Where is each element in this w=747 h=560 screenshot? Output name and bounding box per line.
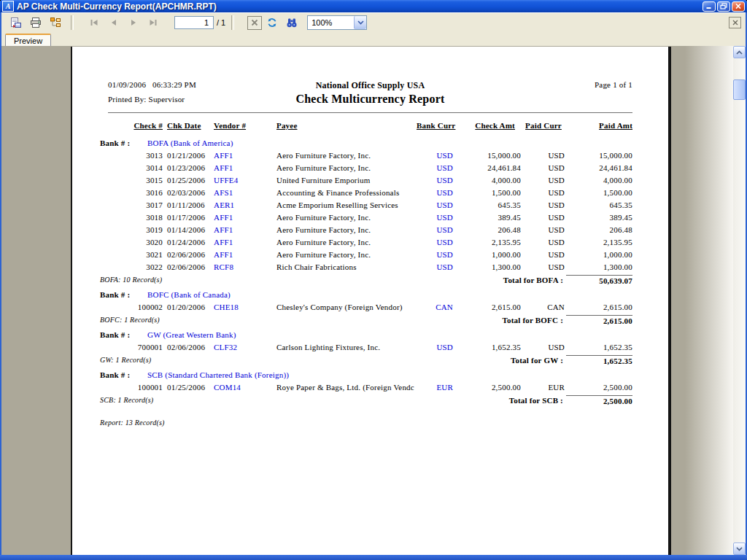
cell-paid-currency: USD (521, 187, 566, 199)
group-total-amount: 1,652.35 (566, 355, 632, 367)
binoculars-search-icon (286, 17, 298, 28)
cell-paid-amount: 24,461.84 (566, 162, 632, 174)
bank-group-header: Bank # :GW (Great Western Bank) (100, 329, 632, 341)
cell-check-number: 3016 (108, 187, 163, 199)
cell-check-date: 02/06/2006 (163, 341, 214, 354)
refresh-button[interactable] (263, 15, 281, 31)
column-header-vendor-number: Vendor # (214, 121, 276, 135)
report-content: 01/09/2006 06:33:29 PM National Office S… (72, 47, 632, 427)
cell-check-amount: 206.48 (453, 224, 521, 236)
cell-check-date: 01/21/2006 (163, 149, 214, 162)
bank-group-header: Bank # :BOFC (Bank of Canada) (100, 289, 632, 301)
group-total-label: Total for GW : (511, 355, 563, 365)
bank-name: BOFA (Bank of America) (147, 139, 233, 147)
cell-paid-currency: USD (521, 149, 566, 162)
bank-group-footer: BOFC: 1 Record(s) Total for BOFC : 2,615… (100, 314, 632, 329)
cell-payee: United Furniture Emporium (276, 174, 415, 187)
group-total-amount: 2,500.00 (566, 395, 632, 407)
page-total-label: / 1 (217, 18, 225, 27)
cell-paid-currency: EUR (521, 381, 566, 394)
cell-paid-currency: USD (521, 236, 566, 249)
vertical-scrollbar[interactable] (733, 46, 746, 555)
cell-payee: Aero Furniture Factory, Inc. (276, 162, 415, 174)
report-title: Check Multicurrency Report (276, 93, 465, 106)
toolbar-separator (71, 15, 74, 30)
group-tree-toggle-button[interactable] (46, 15, 64, 31)
restore-button[interactable] (717, 1, 730, 12)
cell-payee: Acme Emporium Reselling Services (276, 199, 415, 211)
cell-paid-amount: 1,000.00 (566, 249, 632, 261)
last-page-button[interactable] (144, 15, 162, 31)
cell-vendor-code: AFF1 (214, 236, 276, 249)
cell-check-date: 01/14/2006 (163, 224, 214, 236)
cell-paid-amount: 2,135.95 (566, 236, 632, 249)
minimize-button[interactable] (703, 1, 716, 12)
stop-button[interactable] (247, 16, 262, 30)
table-row: 100002 01/20/2006 CHE18 Chesley's Compan… (108, 301, 632, 314)
cell-check-amount: 645.35 (453, 199, 521, 211)
cell-paid-amount: 1,300.00 (566, 261, 632, 273)
table-row: 3017 01/11/2006 AER1 Acme Emporium Resel… (108, 199, 632, 211)
cell-check-number: 3014 (108, 162, 163, 174)
print-button[interactable] (26, 15, 44, 31)
cell-paid-amount: 4,000.00 (566, 174, 632, 187)
bank-group-header: Bank # :SCB (Standard Chartered Bank (Fo… (100, 369, 632, 381)
app-window: A AP Check Multi-Currency Report(APCHMR.… (0, 0, 747, 560)
column-header-check-amount: Check Amt (453, 121, 521, 135)
zoom-select[interactable]: 100% (307, 15, 367, 30)
scroll-down-button[interactable] (733, 542, 746, 555)
cell-payee: Aero Furniture Factory, Inc. (276, 149, 415, 162)
cell-check-number: 100002 (108, 301, 163, 314)
table-row: 100001 01/25/2006 COM14 Roye Paper & Bag… (108, 381, 632, 394)
cell-check-date: 01/25/2006 (163, 174, 214, 187)
bank-group: Bank # :GW (Great Western Bank) 700001 0… (100, 329, 632, 369)
close-preview-button[interactable] (729, 17, 741, 28)
cell-check-number: 3015 (108, 174, 163, 187)
previous-page-button[interactable] (104, 15, 123, 31)
cell-vendor-code: AFF1 (214, 211, 276, 224)
cell-payee: Aero Furniture Factory, Inc. (276, 249, 415, 261)
minimize-icon (705, 3, 713, 9)
next-page-button[interactable] (124, 15, 142, 31)
export-icon (10, 17, 22, 28)
app-icon[interactable]: A (2, 1, 14, 12)
cell-check-number: 3017 (108, 199, 163, 211)
toolbar-separator (231, 15, 234, 30)
zoom-dropdown-button[interactable] (354, 16, 366, 29)
group-record-count: GW: 1 Record(s) (100, 355, 151, 365)
bank-name: GW (Great Western Bank) (147, 330, 236, 339)
search-button[interactable] (282, 15, 301, 31)
first-page-button[interactable] (85, 15, 103, 31)
cell-vendor-code: AFF1 (214, 149, 276, 162)
group-rows: 700001 02/06/2006 CLF32 Carlson Lighting… (100, 341, 632, 354)
window-title: AP Check Multi-Currency Report(APCHMR.RP… (17, 1, 703, 12)
cell-bank-currency: USD (415, 162, 453, 174)
cell-check-amount: 2,135.95 (453, 236, 521, 249)
cell-check-number: 3022 (108, 261, 163, 273)
column-header-check-date: Chk Date (163, 121, 214, 135)
cell-vendor-code: AER1 (214, 199, 276, 211)
chevron-down-icon (357, 20, 364, 25)
group-total-label: Total for SCB : (509, 395, 563, 405)
cell-paid-currency: USD (521, 199, 566, 211)
scroll-thumb[interactable] (733, 79, 746, 100)
previous-page-icon (108, 17, 120, 28)
group-rows: 100001 01/25/2006 COM14 Roye Paper & Bag… (100, 381, 632, 394)
cell-check-date: 01/25/2006 (163, 381, 214, 394)
bank-group-footer: SCB: 1 Record(s) Total for SCB : 2,500.0… (100, 394, 632, 409)
cell-vendor-code: CLF32 (214, 341, 276, 354)
cell-check-date: 01/23/2006 (163, 162, 214, 174)
page-number-input[interactable] (174, 16, 214, 29)
close-button[interactable] (732, 1, 745, 12)
tab-preview[interactable]: Preview (5, 34, 51, 46)
bank-group-footer: BOFA: 10 Record(s) Total for BOFA : 50,6… (100, 273, 632, 289)
cell-check-amount: 389.45 (453, 211, 521, 224)
column-header-paid-amount: Paid Amt (566, 121, 632, 135)
export-button[interactable] (7, 15, 25, 31)
titlebar: A AP Check Multi-Currency Report(APCHMR.… (0, 0, 747, 12)
cell-paid-amount: 2,500.00 (566, 381, 632, 394)
company-name: National Office Supply USA (276, 80, 465, 91)
page-info: Page 1 of 1 (465, 80, 632, 91)
scroll-up-button[interactable] (733, 46, 746, 58)
bank-number-label: Bank # : (100, 369, 147, 381)
